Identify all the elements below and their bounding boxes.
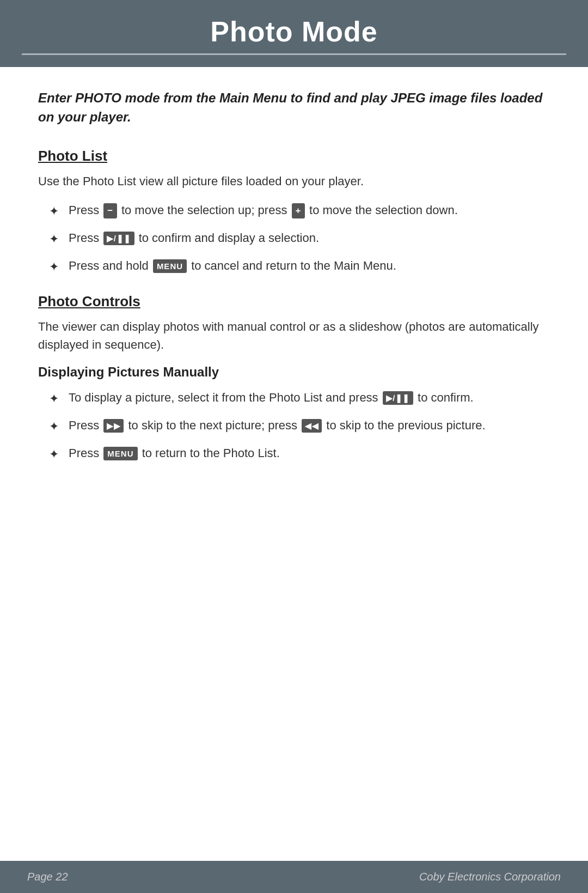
list-item: ✦ Press ▶/❚❚ to confirm and display a se… (38, 229, 550, 248)
list-item: ✦ Press ▶▶ to skip to the next picture; … (38, 416, 550, 435)
bullet-symbol: ✦ (49, 390, 59, 408)
bullet-symbol: ✦ (49, 445, 59, 463)
menu-button: MENU (153, 259, 187, 273)
company-name: Coby Electronics Corporation (419, 871, 561, 883)
page-header: Photo Mode (0, 0, 588, 67)
menu-button-2: MENU (103, 447, 137, 460)
displaying-manually-bullets: ✦ To display a picture, select it from t… (38, 388, 550, 463)
bullet-text: To display a picture, select it from the… (69, 388, 474, 406)
photo-list-description: Use the Photo List view all picture file… (38, 172, 550, 190)
bullet-text: Press ▶/❚❚ to confirm and display a sele… (69, 229, 319, 247)
minus-button: − (103, 203, 117, 218)
main-content: Enter PHOTO mode from the Main Menu to f… (0, 67, 588, 861)
list-item: ✦ Press and hold MENU to cancel and retu… (38, 257, 550, 276)
play-button-2: ▶/❚❚ (383, 391, 413, 405)
fast-forward-button: ▶▶ (103, 419, 124, 433)
displaying-manually-title: Displaying Pictures Manually (38, 365, 550, 380)
page-title: Photo Mode (22, 15, 566, 48)
bullet-symbol: ✦ (49, 202, 59, 220)
header-divider (22, 53, 566, 55)
intro-paragraph: Enter PHOTO mode from the Main Menu to f… (38, 89, 550, 127)
photo-list-title: Photo List (38, 148, 550, 165)
photo-list-section: Photo List Use the Photo List view all p… (38, 148, 550, 276)
bullet-symbol: ✦ (49, 258, 59, 276)
photo-controls-section: Photo Controls The viewer can display ph… (38, 293, 550, 463)
photo-controls-title: Photo Controls (38, 293, 550, 310)
list-item: ✦ Press MENU to return to the Photo List… (38, 444, 550, 463)
list-item: ✦ To display a picture, select it from t… (38, 388, 550, 408)
photo-controls-description: The viewer can display photos with manua… (38, 318, 550, 354)
photo-list-bullets: ✦ Press − to move the selection up; pres… (38, 201, 550, 276)
list-item: ✦ Press − to move the selection up; pres… (38, 201, 550, 220)
bullet-symbol: ✦ (49, 230, 59, 248)
page-footer: Page 22 Coby Electronics Corporation (0, 861, 588, 893)
bullet-text: Press − to move the selection up; press … (69, 201, 458, 219)
rewind-button: ◀◀ (302, 419, 322, 433)
bullet-text: Press MENU to return to the Photo List. (69, 444, 280, 462)
page-number: Page 22 (27, 871, 68, 883)
bullet-text: Press ▶▶ to skip to the next picture; pr… (69, 416, 486, 434)
bullet-text: Press and hold MENU to cancel and return… (69, 257, 396, 275)
play-button: ▶/❚❚ (103, 232, 134, 245)
bullet-symbol: ✦ (49, 417, 59, 435)
plus-button: + (292, 203, 305, 218)
displaying-manually-section: Displaying Pictures Manually ✦ To displa… (38, 365, 550, 463)
